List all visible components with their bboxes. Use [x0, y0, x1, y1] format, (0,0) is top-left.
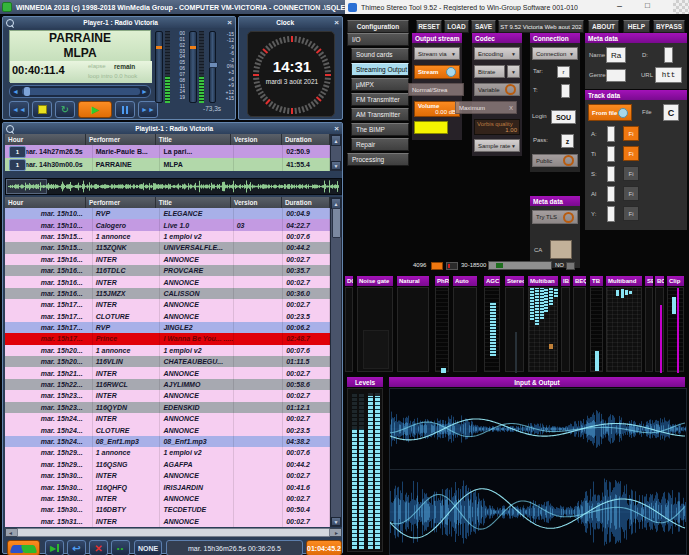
meter-label-clip[interactable]: Clip	[667, 276, 684, 286]
meter-label-tb[interactable]: TB	[590, 276, 603, 286]
color-swatch[interactable]	[414, 121, 448, 134]
trackdata-fi-button[interactable]: Fi	[623, 126, 639, 141]
horizontal-scrollbar[interactable]: ◄ ►	[5, 528, 342, 537]
encoding-dropdown[interactable]: Encoding▼	[474, 47, 520, 60]
table-row[interactable]: mar. 15h20...1 annonce1 emploi v200:07.6	[5, 345, 330, 356]
meter-label-ib[interactable]: IB	[561, 276, 570, 286]
magnifier-icon[interactable]	[6, 19, 14, 27]
table-row[interactable]: mar. 15h16...116TDLCPROVCARE00:35.7	[5, 265, 330, 276]
column-hour[interactable]: Hour	[5, 197, 86, 208]
maximize-icon[interactable]: □	[645, 1, 650, 10]
meter-label-auto[interactable]: Auto	[453, 276, 477, 286]
progress-right-arrow-icon[interactable]: ►	[141, 88, 148, 95]
minimize-icon[interactable]: –	[617, 1, 622, 11]
reset-button[interactable]: RESET	[416, 20, 442, 33]
normal-stream-overlay[interactable]: Normal/Strea	[408, 83, 464, 96]
login-field[interactable]: SOU	[551, 110, 576, 124]
pitch-slider[interactable]	[209, 31, 216, 103]
t-field[interactable]	[561, 84, 570, 98]
hscroll-left-icon[interactable]: ◄	[6, 530, 15, 536]
table-row[interactable]: mar. 15h16...INTERANNONCE00:02.7	[5, 276, 330, 287]
total-duration-button[interactable]: 01:04:45.2	[306, 540, 342, 555]
sidebar-item-am-transmitter[interactable]: AM Transmitter	[351, 108, 409, 121]
player-remain-label[interactable]: remain	[114, 63, 135, 70]
sidebar-item-sound-cards[interactable]: Sound cards	[351, 48, 409, 61]
sidebar-item-processing[interactable]: Processing	[347, 153, 409, 166]
winmedia-titlebar[interactable]: WINMEDIA 2018 (c) 1998-2018 WinMedia Gro…	[0, 0, 345, 14]
trackdata-field[interactable]	[607, 206, 615, 222]
column-title[interactable]: Title	[156, 134, 231, 145]
sidebar-item-the-bimp[interactable]: The BIMP	[351, 123, 409, 136]
url-field[interactable]: htt	[655, 67, 682, 83]
public-radio[interactable]: Public	[532, 154, 578, 167]
stereotool-titlebar[interactable]: Thimeo Stereo Tool 9.52 - Registered to …	[345, 0, 689, 14]
meter-label-multiban[interactable]: Multiban	[528, 276, 558, 286]
table-row[interactable]: mar. 14h27m26.5s1Marie-Paule B...La pari…	[5, 145, 330, 158]
hscroll-right-icon[interactable]: ►	[332, 530, 341, 536]
sidebar-item-i-o[interactable]: I/O	[347, 33, 409, 46]
table-row[interactable]: mar. 15h23...INTERANNONCE00:02.7	[5, 390, 330, 401]
bitrate-arrow[interactable]: ▼	[507, 65, 520, 78]
table-row[interactable]: mar. 15h30...INTERANNONCE00:02.7	[5, 470, 330, 481]
bypass-button[interactable]: BYPASS	[653, 20, 685, 33]
meter-label-dc[interactable]: DC	[345, 276, 353, 286]
table-row[interactable]: mar. 15h20...116VLINCHATEAUBEGU...01:11.…	[5, 356, 330, 367]
table-row[interactable]: mar. 15h23...116QYDNEDENSKID01:12.1	[5, 402, 330, 413]
column-title[interactable]: Title	[156, 197, 231, 208]
trackdata-fi-button[interactable]: Fi	[623, 146, 639, 161]
options-button[interactable]: ••	[111, 540, 130, 555]
sidebar-item-fm-transmitter[interactable]: FM Transmitter	[351, 93, 409, 106]
crossfade-button[interactable]	[7, 540, 40, 555]
playlist-scroll-down-icon[interactable]: ▼	[331, 517, 341, 526]
table-row[interactable]: mar. 14h30m00.0s1PARRAINEMLPA41:55.4	[5, 158, 330, 171]
player-elapse-label[interactable]: elapse	[88, 63, 106, 69]
sidebar-item-streaming-output[interactable]: Streaming Output	[351, 63, 409, 76]
sidebar-item-repair[interactable]: Repair	[351, 138, 409, 151]
stream-toggle[interactable]: Stream	[414, 65, 460, 79]
progress-thumb[interactable]	[24, 87, 30, 96]
table-row[interactable]: mar. 15h24...CLOTUREANNONCE00:23.5	[5, 424, 330, 435]
table-row[interactable]: mar. 15h24...08_Enf1.mp308_Enf1.mp304:38…	[5, 436, 330, 447]
stream-via-dropdown[interactable]: Stream via▼	[414, 47, 460, 60]
rewind-button[interactable]: ◄◄	[9, 101, 29, 118]
table-row[interactable]: mar. 15h21...INTERANNONCE00:02.7	[5, 367, 330, 378]
playlist-close-icon[interactable]: ×	[331, 125, 342, 133]
fader-right[interactable]	[189, 31, 197, 103]
variable-radio[interactable]: Variable	[474, 83, 520, 96]
progress-track[interactable]	[22, 88, 140, 95]
loop-button[interactable]: ↻	[55, 101, 75, 118]
trackdata-field[interactable]	[607, 166, 615, 182]
table-row[interactable]: mar. 15h30...116QHFQIRISJARDIN00:41.6	[5, 481, 330, 492]
ca-field[interactable]	[550, 240, 572, 259]
column-duration[interactable]: Duration	[282, 197, 330, 208]
table-row[interactable]: mar. 15h16...115JMZXCALISSON00:36.0	[5, 288, 330, 299]
bitrate-dropdown[interactable]: Bitrate	[474, 65, 505, 78]
fast-forward-button[interactable]: ►►	[138, 101, 158, 118]
table-row[interactable]: mar. 15h16...INTERANNONCE00:02.7	[5, 254, 330, 265]
save-button[interactable]: SAVE	[471, 20, 496, 33]
table-row[interactable]: mar. 15h15...115ZQNKUNIVERSALFLE...00:44…	[5, 242, 330, 253]
column-version[interactable]: Version	[231, 134, 282, 145]
file-field[interactable]: C	[663, 104, 679, 121]
range-slider-thumb[interactable]	[496, 263, 503, 268]
column-hour[interactable]: Hour	[5, 134, 86, 145]
trackdata-field[interactable]	[607, 186, 615, 202]
table-row[interactable]: mar. 15h30...116DBTYTECDETUDE00:50.4	[5, 504, 330, 515]
volume-control[interactable]: Volume 0.00 dB	[414, 101, 460, 117]
column-duration[interactable]: Duration	[282, 134, 330, 145]
waveform-strip[interactable]	[5, 178, 342, 195]
table-row[interactable]: mar. 15h24...INTERANNONCE00:02.7	[5, 413, 330, 424]
tab-configuration[interactable]: Configuration	[347, 20, 409, 33]
play-next-button[interactable]: ▶	[45, 540, 64, 555]
meter-label-stereo[interactable]: Stereo	[505, 276, 524, 286]
trackdata-fi-button[interactable]: Fi	[623, 166, 639, 181]
help-button[interactable]: HELP	[623, 20, 650, 33]
meter-label-multiband[interactable]: Multiband	[606, 276, 642, 286]
d-field[interactable]	[664, 47, 673, 63]
range-slider[interactable]	[488, 261, 552, 270]
queue-scroll-down-icon[interactable]: ▼	[331, 161, 341, 170]
clock-titlebar[interactable]: Clock ×	[239, 17, 342, 28]
column-version[interactable]: Version	[231, 197, 282, 208]
none-button[interactable]: NONE	[134, 540, 162, 555]
trackdata-fi-button[interactable]: Fi	[623, 186, 639, 201]
